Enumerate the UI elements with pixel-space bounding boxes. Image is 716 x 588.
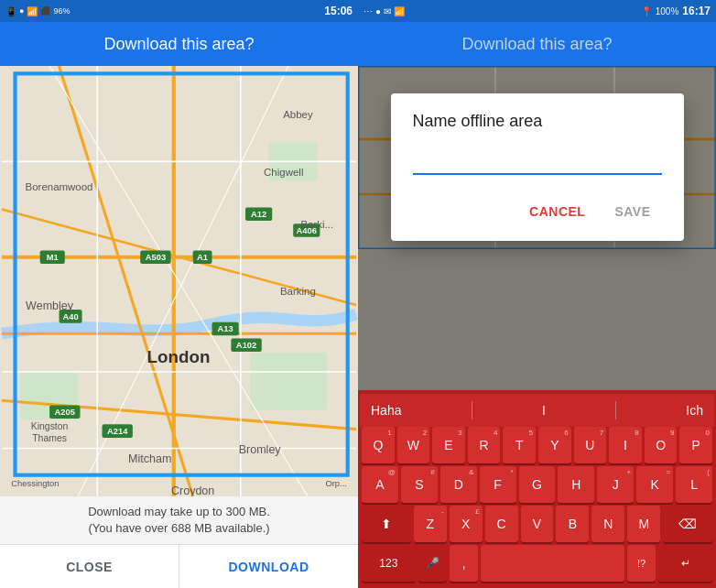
key-d[interactable]: &D xyxy=(440,466,477,503)
punctuation-key[interactable]: !? xyxy=(627,545,656,582)
comma-key[interactable]: , xyxy=(450,545,478,582)
keyboard-space-row: 123 🎤 , !? ↵ xyxy=(360,545,714,582)
svg-text:A40: A40 xyxy=(62,311,78,321)
key-9o[interactable]: 9O xyxy=(645,427,678,463)
key-v[interactable]: V xyxy=(521,506,554,542)
shift-key[interactable]: ⬆ xyxy=(362,506,411,542)
svg-text:Chessington: Chessington xyxy=(11,478,59,488)
key-c[interactable]: C xyxy=(485,506,518,542)
key-8i[interactable]: 8I xyxy=(609,427,642,463)
whatsapp-icon: ● xyxy=(19,6,24,16)
app-title-right: Download this area? xyxy=(461,35,612,54)
dialog-save-button[interactable]: SAVE xyxy=(603,197,661,226)
status-bar-right: ⋯ ● ✉ 📶 📍 100% 16:17 xyxy=(358,0,716,22)
map-container: M1 A503 A1 A12 A406 A40 A13 A205 A214 A1… xyxy=(0,66,358,496)
backspace-key[interactable]: ⌫ xyxy=(663,506,712,542)
suggestion-ich[interactable]: Ich xyxy=(686,403,703,418)
menu-icon: ⋯ xyxy=(363,6,373,16)
suggestion-divider-2 xyxy=(615,401,616,419)
status-time-right: 16:17 xyxy=(682,5,711,17)
key-a[interactable]: @A xyxy=(362,466,398,503)
dialog-overlay: Name offline area CANCEL SAVE xyxy=(358,66,716,390)
key-l[interactable]: (L xyxy=(676,466,712,503)
status-time-left: 15:06 xyxy=(324,5,353,17)
signal-right-icon: 📶 xyxy=(394,6,405,16)
key-j[interactable]: +J xyxy=(597,466,634,503)
bottom-buttons: CLOSE DOWNLOAD xyxy=(0,544,358,588)
status-bar-left: 📱 ● 📶 ⬛ 96% 15:06 xyxy=(0,0,358,22)
app-title-left: Download this area? xyxy=(103,35,254,54)
svg-text:A503: A503 xyxy=(146,252,166,262)
left-panel: 📱 ● 📶 ⬛ 96% 15:06 Download this area? xyxy=(0,0,358,588)
info-line1: Download may take up to 300 MB. xyxy=(11,504,347,520)
key-6y[interactable]: 6Y xyxy=(538,427,571,463)
key-f[interactable]: *F xyxy=(480,466,516,503)
location-icon: 📍 xyxy=(641,6,652,16)
svg-text:Mitcham: Mitcham xyxy=(128,452,171,465)
offline-area-name-input[interactable] xyxy=(413,149,662,175)
svg-text:Abbey: Abbey xyxy=(283,109,313,120)
suggestion-divider-1 xyxy=(472,401,472,419)
svg-text:A205: A205 xyxy=(55,407,75,417)
key-1q[interactable]: 1Q xyxy=(362,427,395,463)
key-s[interactable]: #S xyxy=(401,466,438,503)
key-m[interactable]: M xyxy=(627,506,660,542)
signal-icon: 📶 xyxy=(27,6,38,16)
key-b[interactable]: B xyxy=(556,506,589,542)
dialog-title: Name offline area xyxy=(413,112,662,131)
keyboard-number-row: 1Q 2W 3E 4R 5T 6Y 7U 8I 9O 0P xyxy=(360,427,714,463)
key-z[interactable]: -Z xyxy=(414,506,447,542)
key-x[interactable]: £X xyxy=(450,506,483,542)
mic-key[interactable]: 🎤 xyxy=(418,545,447,582)
key-n[interactable]: N xyxy=(591,506,624,542)
svg-text:Bromley: Bromley xyxy=(239,443,282,456)
whatsapp-right-icon: ● xyxy=(375,6,381,16)
key-2w[interactable]: 2W xyxy=(397,427,430,463)
download-info: Download may take up to 300 MB. (You hav… xyxy=(0,496,358,544)
svg-text:A13: A13 xyxy=(218,323,233,333)
svg-text:A12: A12 xyxy=(251,209,266,219)
keyboard-bottom-row: ⬆ -Z £X C V B N M ⌫ xyxy=(360,506,714,542)
suggestion-i[interactable]: I xyxy=(542,403,546,418)
keyboard-middle-row: @A #S &D *F G H +J =K (L xyxy=(360,466,714,503)
svg-text:A1: A1 xyxy=(197,252,208,262)
svg-text:London: London xyxy=(147,347,211,366)
enter-key[interactable]: ↵ xyxy=(658,545,712,582)
phone-icon: 📱 xyxy=(5,6,16,16)
svg-text:Kingston: Kingston xyxy=(31,421,69,431)
key-g[interactable]: G xyxy=(519,466,556,503)
info-line2: (You have over 688 MB available.) xyxy=(11,520,347,537)
svg-text:Borenamwood: Borenamwood xyxy=(26,181,93,192)
status-icons-right: ⋯ ● ✉ 📶 xyxy=(363,6,405,16)
status-right-side: 📍 100% 16:17 xyxy=(641,5,711,17)
battery-icon: ⬛ xyxy=(40,6,50,16)
svg-text:Orp...: Orp... xyxy=(325,478,346,488)
svg-text:Thames: Thames xyxy=(32,433,67,443)
dialog-box: Name offline area CANCEL SAVE xyxy=(391,93,684,241)
map-bg-right: Dysted Hyllede E47 Name offline area CAN… xyxy=(358,66,716,390)
status-icons-left: 📱 ● 📶 ⬛ 96% xyxy=(5,6,70,16)
dialog-cancel-button[interactable]: CANCEL xyxy=(518,197,596,226)
key-k[interactable]: =K xyxy=(636,466,673,503)
numbers-key[interactable]: 123 xyxy=(362,545,416,582)
svg-text:M1: M1 xyxy=(47,252,59,262)
svg-text:Croydon: Croydon xyxy=(171,485,214,496)
key-7u[interactable]: 7U xyxy=(574,427,607,463)
key-3e[interactable]: 3E xyxy=(432,427,465,463)
battery-level: 96% xyxy=(53,6,70,16)
svg-text:Chigwell: Chigwell xyxy=(264,167,303,178)
key-0p[interactable]: 0P xyxy=(679,427,712,463)
app-header-left: Download this area? xyxy=(0,22,358,66)
svg-text:A102: A102 xyxy=(236,340,256,350)
space-key[interactable] xyxy=(481,545,624,582)
download-button[interactable]: DOWNLOAD xyxy=(179,545,358,588)
close-button[interactable]: CLOSE xyxy=(0,545,179,588)
key-4r[interactable]: 4R xyxy=(468,427,501,463)
mail-icon: ✉ xyxy=(384,6,391,16)
keyboard-suggestions: Haha I Ich xyxy=(360,394,714,427)
key-h[interactable]: H xyxy=(558,466,594,503)
suggestion-haha[interactable]: Haha xyxy=(371,403,401,418)
map-background: M1 A503 A1 A12 A406 A40 A13 A205 A214 A1… xyxy=(0,66,358,496)
svg-text:Barki...: Barki... xyxy=(300,219,333,230)
key-5t[interactable]: 5T xyxy=(503,427,536,463)
